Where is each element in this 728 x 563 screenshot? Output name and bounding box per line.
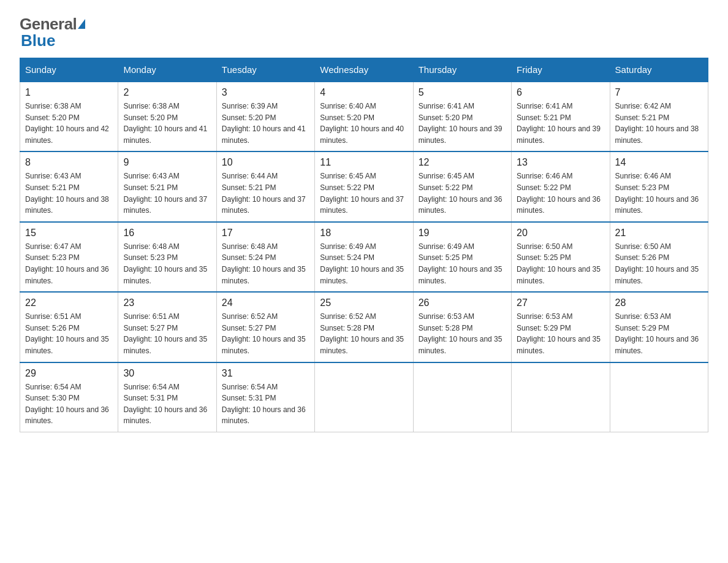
day-header-monday: Monday (118, 58, 216, 82)
day-header-friday: Friday (512, 58, 610, 82)
day-number: 9 (123, 157, 211, 168)
calendar-cell: 18 Sunrise: 6:49 AM Sunset: 5:24 PM Dayl… (315, 222, 413, 292)
day-number: 13 (517, 157, 604, 168)
day-info: Sunrise: 6:48 AM Sunset: 5:24 PM Dayligh… (222, 241, 309, 286)
day-number: 20 (517, 228, 604, 239)
calendar-cell: 21 Sunrise: 6:50 AM Sunset: 5:26 PM Dayl… (610, 222, 708, 292)
calendar-cell: 30 Sunrise: 6:54 AM Sunset: 5:31 PM Dayl… (118, 362, 216, 432)
calendar-cell: 1 Sunrise: 6:38 AM Sunset: 5:20 PM Dayli… (20, 82, 118, 151)
day-number: 5 (419, 87, 506, 98)
day-info: Sunrise: 6:52 AM Sunset: 5:27 PM Dayligh… (222, 311, 309, 356)
calendar-cell: 8 Sunrise: 6:43 AM Sunset: 5:21 PM Dayli… (20, 151, 118, 221)
calendar-cell: 29 Sunrise: 6:54 AM Sunset: 5:30 PM Dayl… (20, 362, 118, 432)
calendar-cell: 26 Sunrise: 6:53 AM Sunset: 5:28 PM Dayl… (413, 292, 511, 362)
day-header-thursday: Thursday (413, 58, 511, 82)
calendar-cell: 17 Sunrise: 6:48 AM Sunset: 5:24 PM Dayl… (216, 222, 314, 292)
calendar-week-row: 22 Sunrise: 6:51 AM Sunset: 5:26 PM Dayl… (20, 292, 708, 362)
calendar-cell: 13 Sunrise: 6:46 AM Sunset: 5:22 PM Dayl… (512, 151, 610, 221)
calendar-week-row: 15 Sunrise: 6:47 AM Sunset: 5:23 PM Dayl… (20, 222, 708, 292)
day-info: Sunrise: 6:38 AM Sunset: 5:20 PM Dayligh… (25, 101, 113, 146)
day-number: 2 (123, 87, 211, 98)
calendar-cell: 12 Sunrise: 6:45 AM Sunset: 5:22 PM Dayl… (413, 151, 511, 221)
day-number: 28 (615, 297, 703, 308)
day-info: Sunrise: 6:40 AM Sunset: 5:20 PM Dayligh… (320, 101, 408, 146)
calendar-week-row: 1 Sunrise: 6:38 AM Sunset: 5:20 PM Dayli… (20, 82, 708, 151)
day-number: 21 (615, 228, 703, 239)
calendar-cell: 25 Sunrise: 6:52 AM Sunset: 5:28 PM Dayl… (315, 292, 413, 362)
day-number: 7 (615, 87, 703, 98)
day-number: 26 (419, 297, 506, 308)
calendar-cell: 11 Sunrise: 6:45 AM Sunset: 5:22 PM Dayl… (315, 151, 413, 221)
day-info: Sunrise: 6:50 AM Sunset: 5:26 PM Dayligh… (615, 241, 703, 286)
calendar-week-row: 29 Sunrise: 6:54 AM Sunset: 5:30 PM Dayl… (20, 362, 708, 432)
day-info: Sunrise: 6:41 AM Sunset: 5:21 PM Dayligh… (517, 101, 604, 146)
calendar-cell: 31 Sunrise: 6:54 AM Sunset: 5:31 PM Dayl… (216, 362, 314, 432)
day-header-wednesday: Wednesday (315, 58, 413, 82)
day-header-tuesday: Tuesday (216, 58, 314, 82)
day-info: Sunrise: 6:50 AM Sunset: 5:25 PM Dayligh… (517, 241, 604, 286)
day-number: 16 (123, 228, 211, 239)
logo-blue-text: Blue (20, 31, 55, 50)
calendar-cell: 9 Sunrise: 6:43 AM Sunset: 5:21 PM Dayli… (118, 151, 216, 221)
day-number: 29 (25, 368, 113, 379)
calendar-cell: 24 Sunrise: 6:52 AM Sunset: 5:27 PM Dayl… (216, 292, 314, 362)
calendar-cell: 16 Sunrise: 6:48 AM Sunset: 5:23 PM Dayl… (118, 222, 216, 292)
day-info: Sunrise: 6:41 AM Sunset: 5:20 PM Dayligh… (419, 101, 506, 146)
calendar-cell: 20 Sunrise: 6:50 AM Sunset: 5:25 PM Dayl… (512, 222, 610, 292)
calendar-cell: 22 Sunrise: 6:51 AM Sunset: 5:26 PM Dayl… (20, 292, 118, 362)
day-number: 14 (615, 157, 703, 168)
day-info: Sunrise: 6:43 AM Sunset: 5:21 PM Dayligh… (25, 170, 113, 216)
calendar-cell: 10 Sunrise: 6:44 AM Sunset: 5:21 PM Dayl… (216, 151, 314, 221)
day-info: Sunrise: 6:43 AM Sunset: 5:21 PM Dayligh… (123, 170, 211, 216)
calendar-cell: 15 Sunrise: 6:47 AM Sunset: 5:23 PM Dayl… (20, 222, 118, 292)
day-info: Sunrise: 6:49 AM Sunset: 5:24 PM Dayligh… (320, 241, 408, 286)
day-number: 31 (222, 368, 309, 379)
day-number: 19 (419, 228, 506, 239)
calendar-header-row: SundayMondayTuesdayWednesdayThursdayFrid… (20, 58, 708, 82)
page-header: General Blue (20, 15, 708, 50)
day-number: 18 (320, 228, 408, 239)
day-number: 22 (25, 297, 113, 308)
day-number: 27 (517, 297, 604, 308)
day-number: 30 (123, 368, 211, 379)
day-info: Sunrise: 6:44 AM Sunset: 5:21 PM Dayligh… (222, 170, 309, 216)
day-info: Sunrise: 6:45 AM Sunset: 5:22 PM Dayligh… (419, 170, 506, 216)
day-number: 24 (222, 297, 309, 308)
day-info: Sunrise: 6:39 AM Sunset: 5:20 PM Dayligh… (222, 101, 309, 146)
day-info: Sunrise: 6:45 AM Sunset: 5:22 PM Dayligh… (320, 170, 408, 216)
day-info: Sunrise: 6:49 AM Sunset: 5:25 PM Dayligh… (419, 241, 506, 286)
day-number: 4 (320, 87, 408, 98)
day-info: Sunrise: 6:51 AM Sunset: 5:26 PM Dayligh… (25, 311, 113, 356)
calendar-cell: 3 Sunrise: 6:39 AM Sunset: 5:20 PM Dayli… (216, 82, 314, 151)
calendar-cell (512, 362, 610, 432)
calendar-cell: 2 Sunrise: 6:38 AM Sunset: 5:20 PM Dayli… (118, 82, 216, 151)
day-info: Sunrise: 6:38 AM Sunset: 5:20 PM Dayligh… (123, 101, 211, 146)
day-info: Sunrise: 6:54 AM Sunset: 5:31 PM Dayligh… (222, 381, 309, 427)
day-number: 8 (25, 157, 113, 168)
calendar-cell: 28 Sunrise: 6:53 AM Sunset: 5:29 PM Dayl… (610, 292, 708, 362)
day-info: Sunrise: 6:47 AM Sunset: 5:23 PM Dayligh… (25, 241, 113, 286)
day-number: 25 (320, 297, 408, 308)
day-number: 6 (517, 87, 604, 98)
logo-triangle-icon (78, 19, 85, 29)
calendar-cell (413, 362, 511, 432)
calendar-cell: 4 Sunrise: 6:40 AM Sunset: 5:20 PM Dayli… (315, 82, 413, 151)
calendar-cell: 6 Sunrise: 6:41 AM Sunset: 5:21 PM Dayli… (512, 82, 610, 151)
calendar-cell: 27 Sunrise: 6:53 AM Sunset: 5:29 PM Dayl… (512, 292, 610, 362)
day-info: Sunrise: 6:52 AM Sunset: 5:28 PM Dayligh… (320, 311, 408, 356)
calendar-cell: 7 Sunrise: 6:42 AM Sunset: 5:21 PM Dayli… (610, 82, 708, 151)
calendar-cell: 19 Sunrise: 6:49 AM Sunset: 5:25 PM Dayl… (413, 222, 511, 292)
day-number: 1 (25, 87, 113, 98)
calendar-cell (610, 362, 708, 432)
calendar-cell: 23 Sunrise: 6:51 AM Sunset: 5:27 PM Dayl… (118, 292, 216, 362)
day-info: Sunrise: 6:53 AM Sunset: 5:29 PM Dayligh… (517, 311, 604, 356)
logo: General Blue (20, 15, 85, 50)
day-info: Sunrise: 6:51 AM Sunset: 5:27 PM Dayligh… (123, 311, 211, 356)
day-number: 3 (222, 87, 309, 98)
day-number: 11 (320, 157, 408, 168)
calendar-cell: 5 Sunrise: 6:41 AM Sunset: 5:20 PM Dayli… (413, 82, 511, 151)
day-info: Sunrise: 6:54 AM Sunset: 5:30 PM Dayligh… (25, 381, 113, 427)
day-info: Sunrise: 6:46 AM Sunset: 5:22 PM Dayligh… (517, 170, 604, 216)
day-header-saturday: Saturday (610, 58, 708, 82)
calendar-cell: 14 Sunrise: 6:46 AM Sunset: 5:23 PM Dayl… (610, 151, 708, 221)
